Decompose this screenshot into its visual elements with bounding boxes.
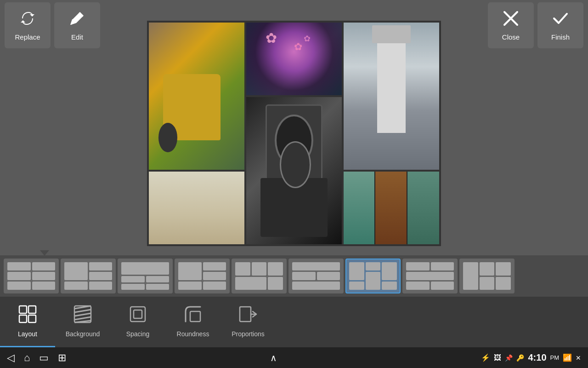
back-button[interactable]: ◁ bbox=[7, 352, 15, 364]
svg-rect-13 bbox=[134, 310, 142, 318]
photo-van[interactable] bbox=[149, 23, 244, 170]
layout-thumb-5[interactable] bbox=[232, 259, 287, 293]
replace-button[interactable]: Replace bbox=[5, 2, 51, 48]
layout-thumb-2[interactable] bbox=[61, 259, 116, 293]
tab-layout-label: Layout bbox=[18, 330, 37, 338]
wifi-icon: 📶 bbox=[563, 353, 572, 362]
edit-button[interactable]: Edit bbox=[54, 2, 100, 48]
layout-thumb-9[interactable] bbox=[459, 259, 514, 293]
key-icon: 🔑 bbox=[516, 354, 524, 362]
collage-area: ✿ ✿ ✿ bbox=[147, 21, 441, 246]
close-label: Close bbox=[502, 33, 520, 41]
status-right: ⚡ 🖼 📌 🔑 4:10 PM 📶 ✕ bbox=[481, 352, 581, 363]
photo-beach[interactable] bbox=[149, 172, 244, 244]
edit-icon bbox=[69, 10, 85, 30]
replace-label: Replace bbox=[15, 33, 40, 41]
proportions-icon bbox=[239, 305, 257, 328]
layout-thumb-1[interactable] bbox=[4, 259, 59, 293]
close-icon bbox=[503, 10, 519, 30]
svg-rect-15 bbox=[240, 307, 251, 322]
spacing-icon bbox=[129, 305, 147, 328]
tab-roundness-label: Roundness bbox=[177, 330, 209, 338]
close-button[interactable]: Close bbox=[488, 2, 534, 48]
edit-label: Edit bbox=[71, 33, 83, 41]
tab-proportions-label: Proportions bbox=[232, 330, 265, 338]
home-button[interactable]: ⌂ bbox=[24, 352, 30, 364]
layout-thumb-3[interactable] bbox=[118, 259, 173, 293]
tab-background[interactable]: Background bbox=[55, 297, 110, 347]
tab-proportions[interactable]: Proportions bbox=[220, 297, 276, 347]
tab-spacing-label: Spacing bbox=[126, 330, 150, 338]
svg-line-9 bbox=[74, 313, 91, 316]
photo-camera[interactable] bbox=[246, 97, 342, 244]
svg-rect-14 bbox=[190, 311, 200, 322]
photo-flowers[interactable]: ✿ ✿ ✿ bbox=[246, 23, 342, 95]
roundness-icon bbox=[184, 305, 202, 328]
photo-doors[interactable] bbox=[344, 172, 439, 244]
layout-icon bbox=[18, 305, 37, 328]
toolbar-right: Close Finish bbox=[488, 2, 583, 48]
svg-line-10 bbox=[74, 317, 91, 320]
svg-rect-2 bbox=[19, 306, 27, 313]
layout-thumb-6[interactable] bbox=[288, 259, 344, 293]
tab-roundness[interactable]: Roundness bbox=[165, 297, 220, 347]
usb-icon: ⚡ bbox=[481, 353, 490, 362]
svg-rect-5 bbox=[28, 315, 36, 322]
recents-button[interactable]: ▭ bbox=[39, 352, 49, 364]
status-bar: ◁ ⌂ ▭ ⊞ ∧ ⚡ 🖼 📌 🔑 4:10 PM 📶 ✕ bbox=[0, 347, 588, 368]
layout-thumb-7[interactable] bbox=[345, 259, 401, 293]
layout-thumb-4[interactable] bbox=[175, 259, 230, 293]
background-icon bbox=[74, 305, 92, 328]
layout-thumb-8[interactable] bbox=[402, 259, 458, 293]
finish-icon bbox=[552, 10, 569, 30]
svg-rect-12 bbox=[130, 307, 145, 322]
status-time: 4:10 bbox=[528, 352, 546, 363]
signal-icon: ✕ bbox=[576, 354, 581, 362]
tab-background-label: Background bbox=[66, 330, 100, 338]
tab-layout[interactable]: Layout bbox=[0, 297, 55, 347]
replace-icon bbox=[19, 10, 36, 30]
svg-rect-3 bbox=[28, 306, 36, 313]
status-nav: ◁ ⌂ ▭ ⊞ bbox=[7, 352, 66, 364]
screenshot-button[interactable]: ⊞ bbox=[58, 352, 66, 364]
pin-icon: 📌 bbox=[505, 354, 513, 362]
layout-strip bbox=[0, 255, 588, 297]
svg-rect-4 bbox=[19, 315, 27, 322]
photo-icon: 🖼 bbox=[494, 354, 501, 362]
tab-spacing[interactable]: Spacing bbox=[110, 297, 165, 347]
svg-line-8 bbox=[74, 310, 91, 312]
finish-label: Finish bbox=[551, 33, 570, 41]
finish-button[interactable]: Finish bbox=[537, 2, 583, 48]
bottom-toolbar: Layout Background Spacing bbox=[0, 297, 588, 347]
photo-lighthouse[interactable] bbox=[344, 23, 439, 170]
chevron-up-icon: ∧ bbox=[270, 352, 277, 363]
status-ampm: PM bbox=[550, 354, 560, 361]
